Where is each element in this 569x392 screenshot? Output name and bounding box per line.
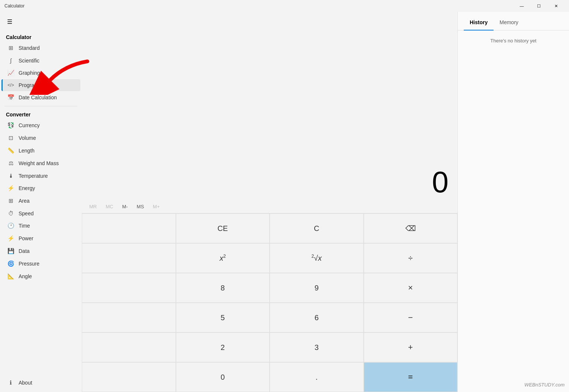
history-tab[interactable]: History xyxy=(464,15,494,30)
power-icon: ⚡ xyxy=(7,235,14,242)
currency-label: Currency xyxy=(19,122,40,128)
app-title: Calculator xyxy=(4,3,513,9)
backspace-button[interactable]: ⌫ xyxy=(364,213,458,243)
speed-icon: ⏱ xyxy=(7,210,14,216)
display-value: 0 xyxy=(432,167,449,197)
eight-button[interactable]: 8 xyxy=(176,273,270,303)
sidebar-item-length[interactable]: 📏 Length xyxy=(1,144,80,157)
ce-button[interactable]: CE xyxy=(176,213,270,243)
weight-label: Weight and Mass xyxy=(19,160,59,166)
six-button[interactable]: 6 xyxy=(270,303,364,332)
sidebar-item-temperature[interactable]: 🌡 Temperature xyxy=(1,170,80,182)
sidebar-item-energy[interactable]: ⚡ Energy xyxy=(1,182,80,195)
sidebar-item-angle[interactable]: 📐 Angle xyxy=(1,270,80,283)
subtract-button[interactable]: − xyxy=(364,303,458,332)
empty-btn-3 xyxy=(82,273,176,303)
sidebar-item-speed[interactable]: ⏱ Speed xyxy=(1,207,80,219)
memory-recall-button[interactable]: MR xyxy=(85,202,101,212)
angle-icon: 📐 xyxy=(7,273,14,280)
date-icon: 📅 xyxy=(7,94,14,101)
title-bar: Calculator — ☐ ✕ xyxy=(0,0,569,12)
hamburger-icon: ☰ xyxy=(7,18,12,25)
restore-button[interactable]: ☐ xyxy=(530,0,547,12)
power-label: Power xyxy=(19,235,33,241)
zero-button[interactable]: 0 xyxy=(176,362,270,392)
right-panel-tabs: History Memory xyxy=(458,15,569,30)
sidebar-item-data[interactable]: 💾 Data xyxy=(1,245,80,257)
calculator-section-label: Calculator xyxy=(0,31,82,42)
add-button[interactable]: + xyxy=(364,332,458,362)
speed-label: Speed xyxy=(19,211,33,216)
sidebar-item-standard[interactable]: ⊞ Standard xyxy=(1,42,80,54)
temperature-icon: 🌡 xyxy=(7,173,14,179)
energy-label: Energy xyxy=(19,185,35,191)
empty-btn-1 xyxy=(82,213,176,243)
standard-icon: ⊞ xyxy=(7,45,14,51)
sidebar-item-volume[interactable]: ⊡ Volume xyxy=(1,132,80,144)
main-area: 0 MR MC M- MS M+ CE C ⌫ x2 2√x ÷ 8 9 × xyxy=(82,12,457,392)
pressure-label: Pressure xyxy=(19,261,39,267)
two-button[interactable]: 2 xyxy=(176,332,270,362)
decimal-button[interactable]: . xyxy=(270,362,364,392)
empty-btn-4 xyxy=(82,303,176,332)
programmer-icon: </> xyxy=(7,83,14,88)
minimize-button[interactable]: — xyxy=(513,0,530,12)
square-button[interactable]: x2 xyxy=(176,243,270,273)
empty-btn-2 xyxy=(82,243,176,273)
pressure-icon: 🌀 xyxy=(7,260,14,267)
sidebar-item-weight-mass[interactable]: ⚖ Weight and Mass xyxy=(1,157,80,170)
memory-tab[interactable]: Memory xyxy=(494,15,524,30)
converter-section-label: Converter xyxy=(0,109,82,119)
window-controls: — ☐ ✕ xyxy=(513,0,565,12)
sidebar-item-date-calculation[interactable]: 📅 Date Calculation xyxy=(1,91,80,104)
calculator-display: 0 xyxy=(82,12,457,200)
memory-minus-button[interactable]: M- xyxy=(118,202,132,212)
sidebar: ☰ Calculator ⊞ Standard ∫ Scientific 📈 G… xyxy=(0,12,82,392)
about-icon: ℹ xyxy=(7,379,14,386)
square-label: x2 xyxy=(219,254,226,263)
right-panel: History Memory There's no history yet xyxy=(457,12,569,392)
currency-icon: 💱 xyxy=(7,122,14,129)
sidebar-item-programmer[interactable]: </> Programmer xyxy=(1,79,80,91)
hamburger-button[interactable]: ☰ xyxy=(1,13,18,30)
area-label: Area xyxy=(19,198,30,204)
three-button[interactable]: 3 xyxy=(270,332,364,362)
time-label: Time xyxy=(19,223,30,229)
sidebar-item-pressure[interactable]: 🌀 Pressure xyxy=(1,257,80,270)
scientific-label: Scientific xyxy=(19,58,39,64)
sidebar-item-currency[interactable]: 💱 Currency xyxy=(1,119,80,132)
nine-button[interactable]: 9 xyxy=(270,273,364,303)
sidebar-item-power[interactable]: ⚡ Power xyxy=(1,232,80,245)
temperature-label: Temperature xyxy=(19,173,48,179)
calculator-grid: CE C ⌫ x2 2√x ÷ 8 9 × 5 6 − 2 3 + 0 xyxy=(82,213,457,392)
graphing-icon: 📈 xyxy=(7,70,14,76)
divide-button[interactable]: ÷ xyxy=(364,243,458,273)
memory-plus-button[interactable]: M+ xyxy=(148,202,164,212)
sidebar-item-scientific[interactable]: ∫ Scientific xyxy=(1,54,80,67)
memory-clear-button[interactable]: MC xyxy=(101,202,118,212)
app-body: ☰ Calculator ⊞ Standard ∫ Scientific 📈 G… xyxy=(0,12,569,392)
sidebar-item-area[interactable]: ⊞ Area xyxy=(1,195,80,207)
programmer-label: Programmer xyxy=(19,82,48,88)
equals-button[interactable]: = xyxy=(364,362,458,392)
area-icon: ⊞ xyxy=(7,197,14,204)
sidebar-divider xyxy=(4,106,77,106)
time-icon: 🕐 xyxy=(7,222,14,229)
sidebar-item-about[interactable]: ℹ About xyxy=(1,376,80,389)
multiply-button[interactable]: × xyxy=(364,273,458,303)
close-button[interactable]: ✕ xyxy=(547,0,565,12)
memory-store-button[interactable]: MS xyxy=(132,202,149,212)
sidebar-item-graphing[interactable]: 📈 Graphing xyxy=(1,67,80,79)
volume-label: Volume xyxy=(19,135,36,141)
energy-icon: ⚡ xyxy=(7,185,14,192)
sqrt-button[interactable]: 2√x xyxy=(270,243,364,273)
length-icon: 📏 xyxy=(7,147,14,154)
five-button[interactable]: 5 xyxy=(176,303,270,332)
c-button[interactable]: C xyxy=(270,213,364,243)
sidebar-item-time[interactable]: 🕐 Time xyxy=(1,219,80,232)
weight-icon: ⚖ xyxy=(7,160,14,167)
empty-btn-6 xyxy=(82,362,176,392)
history-empty-text: There's no history yet xyxy=(491,38,537,44)
scientific-icon: ∫ xyxy=(7,57,14,64)
sqrt-label: 2√x xyxy=(311,254,322,263)
